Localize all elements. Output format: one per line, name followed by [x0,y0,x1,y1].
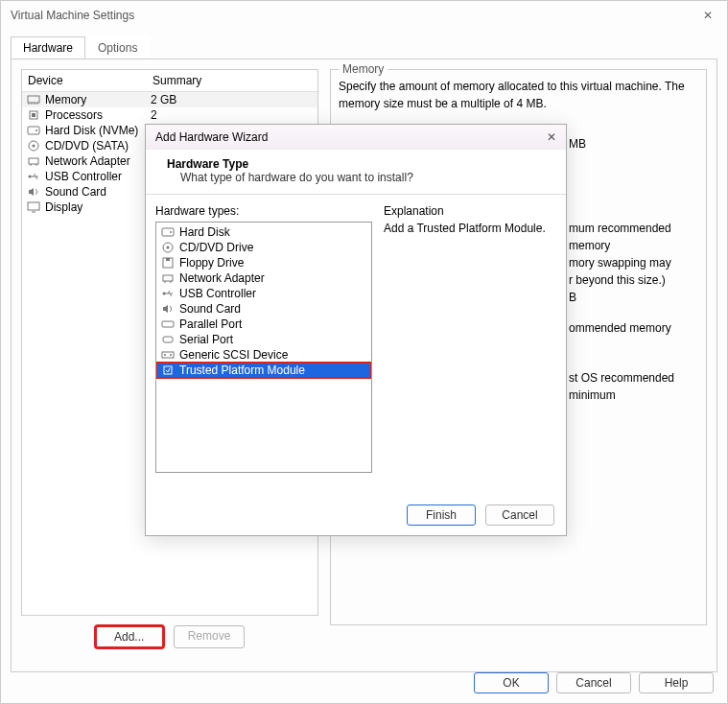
memory-frag-b: B [569,289,698,306]
wizard-right: Explanation Add a Trusted Platform Modul… [384,204,556,473]
net-icon [160,271,176,285]
floppy-icon [160,256,176,270]
wizard-body: Hardware types: Hard DiskCD/DVD DriveFlo… [146,195,566,482]
svg-point-37 [170,354,172,356]
list-item[interactable]: Parallel Port [156,317,371,332]
svg-rect-33 [162,321,174,327]
device-summary: 2 [151,108,314,122]
list-item[interactable]: Generic SCSI Device [156,347,371,363]
svg-point-10 [33,145,35,148]
net-icon [26,154,41,168]
disk-icon [160,225,176,239]
memory-frag-guest: st OS recommended minimum [569,369,698,404]
vm-settings-window: Virtual Machine Settings ✕ Hardware Opti… [0,0,728,704]
hardware-item-label: Serial Port [179,333,233,346]
add-hardware-wizard: Add Hardware Wizard ✕ Hardware Type What… [145,124,567,536]
wizard-close-icon[interactable]: ✕ [547,130,556,144]
wizard-title: Add Hardware Wizard [155,130,268,144]
sound-icon [26,185,41,199]
device-name: Network Adapter [45,154,151,168]
explanation-text: Add a Trusted Platform Module. [384,222,556,235]
memory-frag-rec: ommended memory [569,319,698,337]
cpu-icon [26,108,41,122]
list-item[interactable]: Sound Card [156,301,371,317]
wizard-subheading: What type of hardware do you want to ins… [159,171,552,184]
svg-rect-18 [28,202,39,210]
tab-hardware[interactable]: Hardware [11,36,85,59]
memory-frag-maxrec: mum recommended memory [569,220,698,254]
wizard-header: Hardware Type What type of hardware do y… [146,150,566,195]
memory-frag-mb: MB [569,137,586,151]
window-title: Virtual Machine Settings [11,9,134,22]
device-name: Hard Disk (NVMe) [45,124,151,137]
list-item[interactable]: Floppy Drive [156,255,371,270]
wizard-heading: Hardware Type [159,157,552,171]
finish-button[interactable]: Finish [407,505,476,526]
svg-rect-38 [164,366,172,374]
hardware-types-list[interactable]: Hard DiskCD/DVD DriveFloppy DriveNetwork… [155,222,372,473]
list-item[interactable]: Hard Disk [156,224,371,240]
table-row[interactable]: Memory2 GB [22,92,317,107]
tab-row: Hardware Options [1,30,727,59]
wizard-cancel-button[interactable]: Cancel [485,505,554,526]
list-item[interactable]: Network Adapter [156,270,371,286]
tab-options[interactable]: Options [85,36,150,59]
list-item[interactable]: USB Controller [156,286,371,301]
cd-icon [26,139,41,153]
cd-icon [160,241,176,254]
memory-desc: Specify the amount of memory allocated t… [339,78,698,112]
device-name: CD/DVD (SATA) [45,139,151,153]
display-icon [26,200,41,214]
device-button-row: Add... Remove [21,625,318,648]
table-row[interactable]: Processors2 [22,107,317,123]
tpm-icon [160,364,176,377]
device-name: Memory [45,93,151,106]
memory-legend: Memory [339,62,387,76]
scsi-icon [160,348,176,362]
device-summary: 2 GB [151,93,314,106]
dialog-buttons: OK Cancel Help [474,672,714,693]
hardware-item-label: Network Adapter [179,271,265,285]
memory-frag-swap1: mory swapping may [569,254,698,271]
ok-button[interactable]: OK [474,672,549,693]
hardware-item-label: Trusted Platform Module [179,364,305,377]
cancel-button[interactable]: Cancel [556,672,631,693]
svg-rect-25 [166,258,170,261]
svg-point-8 [35,129,37,131]
wizard-titlebar: Add Hardware Wizard ✕ [146,125,566,150]
wizard-left: Hardware types: Hard DiskCD/DVD DriveFlo… [155,204,372,473]
memory-icon [26,93,41,106]
parallel-icon [160,317,176,331]
list-item[interactable]: Serial Port [156,332,371,347]
col-summary[interactable]: Summary [147,70,317,91]
hardware-item-label: USB Controller [179,287,256,300]
table-header: Device Summary [22,70,317,92]
usb-icon [26,170,41,183]
sound-icon [160,302,176,316]
disk-icon [26,124,41,137]
memory-frag-swap2: r beyond this size.) [569,271,698,289]
help-button[interactable]: Help [639,672,714,693]
remove-button[interactable]: Remove [174,625,246,648]
add-button[interactable]: Add... [95,625,164,648]
device-name: Display [45,200,151,214]
svg-point-23 [167,246,170,249]
hardware-item-label: Generic SCSI Device [179,348,288,362]
svg-rect-6 [32,113,35,117]
svg-rect-20 [162,228,174,236]
hardware-types-label: Hardware types: [155,204,372,218]
col-device[interactable]: Device [22,70,147,91]
list-item[interactable]: CD/DVD Drive [156,240,371,255]
hardware-item-label: CD/DVD Drive [179,241,253,254]
device-name: Processors [45,108,151,122]
svg-point-36 [164,354,166,356]
svg-point-21 [170,231,172,233]
hardware-item-label: Sound Card [179,302,241,316]
list-item[interactable]: Trusted Platform Module [156,363,371,378]
titlebar: Virtual Machine Settings ✕ [1,1,727,30]
device-name: Sound Card [45,185,151,199]
close-icon[interactable]: ✕ [698,9,717,22]
svg-rect-0 [28,96,39,103]
hardware-item-label: Hard Disk [179,225,230,239]
explanation-label: Explanation [384,204,556,218]
